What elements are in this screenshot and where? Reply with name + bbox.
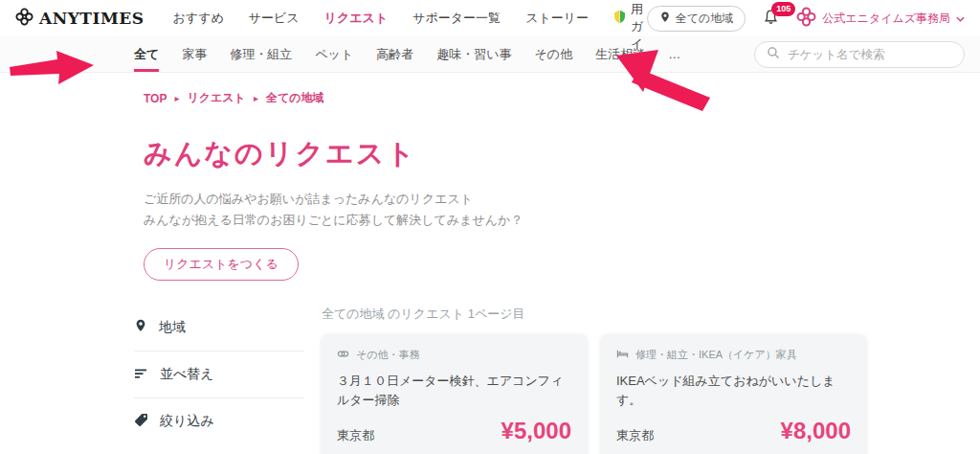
filter-sidebar: 地域 並べ替え 絞り込み カテゴリー	[134, 304, 322, 454]
tab-hobby-lessons[interactable]: 趣味・習い事	[436, 36, 511, 72]
breadcrumb-all-regions[interactable]: 全ての地域	[266, 90, 324, 106]
results-area: 全ての地域 のリクエスト 1ページ目 その他・事務 ３月１０日メーター検針	[322, 304, 980, 454]
chevron-down-icon	[956, 11, 965, 25]
card-location: 東京都	[337, 427, 374, 444]
tab-housework[interactable]: 家事	[182, 36, 207, 72]
card-price: ¥5,000	[501, 418, 571, 444]
request-card[interactable]: 修理・組立・IKEA（イケア）家具 IKEAベッド組み立ておねがいいたします。 …	[601, 334, 866, 454]
breadcrumb: TOP ▸ リクエスト ▸ 全ての地域	[144, 90, 980, 106]
sidebar-item-region[interactable]: 地域	[134, 304, 304, 352]
clover-icon-pink	[796, 7, 816, 30]
card-category-row: 修理・組立・IKEA（イケア）家具	[616, 348, 851, 362]
card-summary: 修理・組立・IKEA（イケア）家具 IKEAベッド組み立ておねがいいたします。 …	[601, 334, 866, 454]
card-summary: その他・事務 ３月１０日メーター検針、エアコンフィルター掃除 東京都 ¥5,00…	[322, 334, 587, 454]
search-input[interactable]	[788, 48, 952, 61]
breadcrumb-top[interactable]: TOP	[144, 92, 167, 105]
tab-all[interactable]: 全て	[134, 36, 159, 72]
tab-pets[interactable]: ペット	[315, 36, 353, 72]
breadcrumb-separator: ▸	[174, 93, 179, 103]
tab-elderly[interactable]: 高齢者	[376, 36, 413, 72]
nav-item-recommended[interactable]: おすすめ	[173, 10, 224, 27]
subtitle-line-1: ご近所の人の悩みやお願いが詰まったみんなのリクエスト	[144, 189, 980, 210]
region-pill-label: 全ての地域	[676, 11, 734, 27]
card-title: IKEAベッド組み立ておねがいいたします。	[616, 372, 851, 410]
card-price: ¥8,000	[781, 418, 851, 444]
breadcrumb-separator: ▸	[254, 93, 258, 103]
beginner-mark-icon	[613, 10, 626, 27]
nav-item-supporters[interactable]: サポーター一覧	[412, 10, 501, 27]
subtitle-line-2: みんなが抱える日常のお困りごとに応募して解決してみませんか？	[144, 210, 980, 231]
breadcrumb-requests[interactable]: リクエスト	[187, 90, 245, 106]
clover-logo-icon	[15, 8, 33, 30]
brand-name: ANYTIMES	[39, 9, 145, 28]
bed-icon	[616, 348, 629, 362]
tab-other[interactable]: その他	[535, 36, 573, 72]
card-category-row: その他・事務	[337, 348, 571, 362]
account-menu-button[interactable]: 公式エニタイムズ事務局	[796, 7, 965, 30]
category-bar: 全て 家事 修理・組立 ペット 高齢者 趣味・習い事 その他 生活相談 …	[0, 36, 980, 73]
card-location: 東京都	[616, 427, 654, 444]
location-pin-icon	[659, 11, 671, 27]
tag-icon	[134, 413, 148, 430]
brand-logo[interactable]: ANYTIMES	[15, 8, 145, 30]
account-name: 公式エニタイムズ事務局	[822, 11, 950, 27]
ticket-search	[754, 41, 965, 68]
card-category-label: 修理・組立・IKEA（イケア）家具	[635, 348, 797, 362]
sidebar-item-filter[interactable]: 絞り込み	[134, 398, 304, 444]
card-title: ３月１０日メーター検針、エアコンフィルター掃除	[337, 372, 571, 410]
region-selector-button[interactable]: 全ての地域	[647, 6, 746, 32]
sidebar-item-label: 並べ替え	[160, 366, 214, 383]
tab-life-consultation[interactable]: 生活相談	[595, 36, 645, 72]
top-header: ANYTIMES おすすめ サービス リクエスト サポーター一覧 ストーリー ご…	[0, 0, 980, 36]
nav-item-requests[interactable]: リクエスト	[324, 10, 389, 27]
nav-item-services[interactable]: サービス	[249, 10, 300, 27]
request-cards: その他・事務 ３月１０日メーター検針、エアコンフィルター掃除 東京都 ¥5,00…	[322, 334, 980, 454]
tab-repair-assembly[interactable]: 修理・組立	[230, 36, 292, 72]
category-tabs: 全て 家事 修理・組立 ペット 高齢者 趣味・習い事 その他 生活相談 …	[134, 36, 680, 72]
page-subtitle: ご近所の人の悩みやお願いが詰まったみんなのリクエスト みんなが抱える日常のお困り…	[144, 189, 980, 231]
content-layout: 地域 並べ替え 絞り込み カテゴリー	[134, 304, 980, 454]
card-price-row: 東京都 ¥5,000	[337, 418, 571, 444]
results-heading: 全ての地域 のリクエスト 1ページ目	[322, 306, 980, 323]
header-right: 全ての地域 105 公式エニタイムズ事務局	[647, 6, 965, 32]
notifications-button[interactable]: 105	[763, 9, 779, 29]
request-card[interactable]: その他・事務 ３月１０日メーター検針、エアコンフィルター掃除 東京都 ¥5,00…	[322, 334, 587, 454]
create-request-button[interactable]: リクエストをつくる	[144, 248, 299, 281]
card-category-label: その他・事務	[356, 348, 420, 362]
sidebar-item-label: 絞り込み	[160, 413, 214, 430]
sidebar-item-label: 地域	[159, 319, 186, 336]
location-pin-icon	[134, 318, 147, 336]
card-price-row: 東京都 ¥8,000	[616, 418, 851, 444]
notification-count-badge: 105	[771, 2, 795, 16]
sidebar-item-sort[interactable]: 並べ替え	[134, 352, 304, 398]
tab-more-ellipsis[interactable]: …	[668, 36, 680, 72]
sort-icon	[134, 367, 148, 383]
page-title: みんなのリクエスト	[144, 135, 980, 173]
clip-icon	[337, 348, 349, 362]
nav-item-stories[interactable]: ストーリー	[525, 10, 589, 27]
search-icon	[767, 46, 780, 63]
